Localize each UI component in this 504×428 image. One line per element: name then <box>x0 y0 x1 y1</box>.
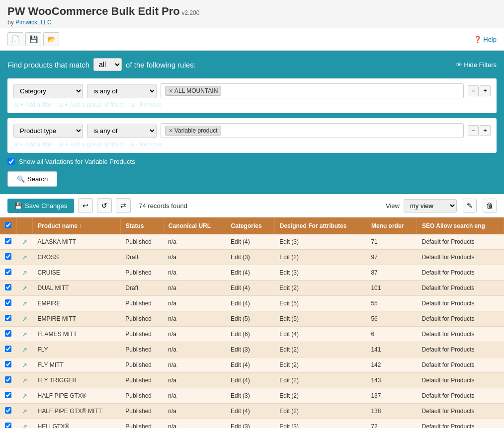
header-status-col[interactable]: Status <box>120 217 163 234</box>
row-external-link[interactable]: ↗ <box>22 238 27 246</box>
row-attributes[interactable]: Edit (2) <box>274 373 366 388</box>
row-checkbox[interactable] <box>5 392 11 398</box>
row-name[interactable]: EMPIRE MITT <box>33 311 121 327</box>
row-categories[interactable]: Edit (4) <box>226 281 274 296</box>
refresh-button[interactable]: ↺ <box>97 198 112 213</box>
row-name[interactable]: HALF PIPE GTX® MITT <box>33 404 121 419</box>
row-categories[interactable]: Edit (4) <box>226 373 274 388</box>
row-categories[interactable]: Edit (3) <box>226 419 274 428</box>
add-group-btn-2[interactable]: ⊞+ Add a group of filters <box>58 141 124 148</box>
row-name[interactable]: EMPIRE <box>33 296 121 311</box>
save-changes-button[interactable]: 💾 Save Changes <box>7 199 74 213</box>
row-external-link[interactable]: ↗ <box>22 392 27 400</box>
add-filter-btn-1[interactable]: ⊞+ Add a filter <box>13 101 53 108</box>
header-categories-col[interactable]: Categories <box>226 217 274 234</box>
row-name[interactable]: FLY TRIGGER <box>33 373 121 388</box>
filter-operator-2[interactable]: is any of is not any of is equal to <box>87 124 157 138</box>
row-checkbox[interactable] <box>5 284 11 290</box>
row-checkbox[interactable] <box>5 238 11 244</box>
row-categories[interactable]: Edit (3) <box>226 250 274 265</box>
company-link[interactable]: Pimwick, LLC <box>15 19 52 26</box>
header-attributes-col[interactable]: Designed For attributes <box>274 217 366 234</box>
row-checkbox[interactable] <box>5 330 11 337</box>
row-attributes[interactable]: Edit (2) <box>274 388 366 404</box>
row-attributes[interactable]: Edit (3) <box>274 419 366 428</box>
row-categories[interactable]: Edit (4) <box>226 404 274 419</box>
open-button[interactable]: 📂 <box>43 32 59 46</box>
row-categories[interactable]: Edit (4) <box>226 357 274 373</box>
row-external-link[interactable]: ↗ <box>22 331 27 338</box>
show-variations-checkbox[interactable] <box>7 158 15 165</box>
row-name[interactable]: CRUISE <box>33 265 121 281</box>
add-group-btn-1[interactable]: ⊞+ Add a group of filters <box>58 101 124 108</box>
row-categories[interactable]: Edit (4) <box>226 234 274 250</box>
remove-btn-2[interactable]: ⊟- Remove <box>129 141 162 148</box>
row-external-link[interactable]: ↗ <box>22 377 27 384</box>
header-name-col[interactable]: Product name ↑ <box>33 217 121 234</box>
row-external-link[interactable]: ↗ <box>22 346 27 354</box>
filter-minus-btn-1[interactable]: − <box>468 85 479 96</box>
row-checkbox[interactable] <box>5 346 11 352</box>
view-select[interactable]: my view default view <box>404 199 457 213</box>
filter-field-1[interactable]: Category Product type Status SKU <box>13 84 83 98</box>
remove-btn-1[interactable]: ⊟- Remove <box>129 101 162 108</box>
remove-tag-variable-product[interactable]: ✕ <box>168 128 173 134</box>
row-categories[interactable]: Edit (6) <box>226 327 274 342</box>
row-checkbox[interactable] <box>5 299 11 306</box>
row-checkbox[interactable] <box>5 376 11 383</box>
row-external-link[interactable]: ↗ <box>22 269 27 277</box>
search-button[interactable]: 🔍 Search <box>7 171 57 187</box>
row-attributes[interactable]: Edit (5) <box>274 296 366 311</box>
row-categories[interactable]: Edit (4) <box>226 265 274 281</box>
new-document-button[interactable]: 📄 <box>7 32 23 46</box>
undo-button[interactable]: ↩ <box>78 198 93 213</box>
filter-minus-btn-2[interactable]: − <box>468 125 479 136</box>
hide-filters-button[interactable]: 👁 Hide Filters <box>456 61 497 69</box>
row-attributes[interactable]: Edit (2) <box>274 357 366 373</box>
row-external-link[interactable]: ↗ <box>22 315 27 323</box>
match-select[interactable]: all any <box>93 58 122 71</box>
help-button[interactable]: ❓ Help <box>474 36 497 43</box>
row-name[interactable]: DUAL MITT <box>33 281 121 296</box>
row-attributes[interactable]: Edit (2) <box>274 342 366 357</box>
row-checkbox[interactable] <box>5 407 11 414</box>
row-external-link[interactable]: ↗ <box>22 285 27 292</box>
row-attributes[interactable]: Edit (2) <box>274 281 366 296</box>
row-checkbox[interactable] <box>5 315 11 321</box>
row-name[interactable]: FLY MITT <box>33 357 121 373</box>
row-categories[interactable]: Edit (5) <box>226 311 274 327</box>
save-button[interactable]: 💾 <box>25 32 41 46</box>
row-attributes[interactable]: Edit (3) <box>274 234 366 250</box>
row-name[interactable]: ALASKA MITT <box>33 234 121 250</box>
filter-plus-btn-2[interactable]: + <box>480 125 491 136</box>
row-attributes[interactable]: Edit (4) <box>274 327 366 342</box>
row-attributes[interactable]: Edit (2) <box>274 404 366 419</box>
header-seo-col[interactable]: SEO Allow search eng <box>417 217 504 234</box>
row-attributes[interactable]: Edit (5) <box>274 311 366 327</box>
row-external-link[interactable]: ↗ <box>22 423 27 428</box>
row-external-link[interactable]: ↗ <box>22 361 27 369</box>
header-url-col[interactable]: Canonical URL <box>163 217 226 234</box>
row-checkbox[interactable] <box>5 361 11 367</box>
row-attributes[interactable]: Edit (2) <box>274 250 366 265</box>
row-checkbox[interactable] <box>5 423 11 428</box>
filter-operator-1[interactable]: is any of is not any of is equal to <box>87 84 157 98</box>
row-external-link[interactable]: ↗ <box>22 254 27 261</box>
row-name[interactable]: HALF PIPE GTX® <box>33 388 121 404</box>
remove-tag-all-mountain[interactable]: ✕ <box>168 88 173 94</box>
add-filter-btn-2[interactable]: ⊞+ Add a filter <box>13 141 53 148</box>
row-external-link[interactable]: ↗ <box>22 408 27 415</box>
row-categories[interactable]: Edit (3) <box>226 388 274 404</box>
row-name[interactable]: FLAMES MITT <box>33 327 121 342</box>
row-name[interactable]: FLY <box>33 342 121 357</box>
row-checkbox[interactable] <box>5 253 11 260</box>
filter-plus-btn-1[interactable]: + <box>480 85 491 96</box>
edit-view-button[interactable]: ✎ <box>463 199 477 213</box>
filter-field-2[interactable]: Product type Category Status <box>13 124 83 138</box>
row-categories[interactable]: Edit (3) <box>226 342 274 357</box>
delete-view-button[interactable]: 🗑 <box>483 199 497 213</box>
row-name[interactable]: HELI GTX® <box>33 419 121 428</box>
row-categories[interactable]: Edit (4) <box>226 296 274 311</box>
row-name[interactable]: CROSS <box>33 250 121 265</box>
row-checkbox[interactable] <box>5 269 11 275</box>
